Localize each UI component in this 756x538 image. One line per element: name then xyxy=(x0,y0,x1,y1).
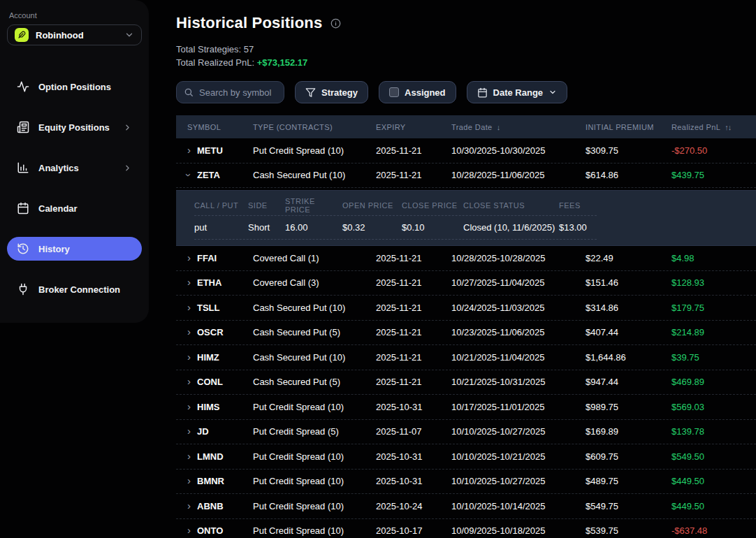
row-expiry: 2025-11-21 xyxy=(376,170,451,180)
row-initial-premium: $309.75 xyxy=(586,145,671,156)
sort-both-icon: ↑↓ xyxy=(725,123,731,131)
info-icon[interactable] xyxy=(330,18,341,29)
sidebar-item-label: History xyxy=(38,244,132,254)
total-strategies: Total Strategies: 57 xyxy=(176,43,756,56)
table-row[interactable]: › BMNR Put Credit Spread (10) 2025-10-31… xyxy=(176,470,756,495)
detail-header-row: CALL / PUTSIDESTRIKE PRICEOPEN PRICECLOS… xyxy=(194,196,597,216)
row-symbol: CONL xyxy=(197,377,223,387)
column-header-type: TYPE (CONTRACTS) xyxy=(253,123,376,131)
row-symbol: ONTO xyxy=(197,525,223,536)
row-type: Covered Call (3) xyxy=(253,277,376,288)
chevron-right-icon xyxy=(123,163,132,173)
sidebar-item-calendar[interactable]: Calendar xyxy=(7,196,142,220)
detail-value: Closed (10, 11/6/2025) xyxy=(463,222,559,233)
bar-chart-icon xyxy=(17,161,29,174)
table-row[interactable]: › JD Put Credit Spread (5) 2025-11-07 10… xyxy=(176,420,756,445)
account-name: Robinhood xyxy=(36,30,117,41)
detail-value: $0.10 xyxy=(402,222,463,233)
row-type: Put Credit Spread (10) xyxy=(253,145,376,156)
row-realized-pnl: $549.50 xyxy=(671,451,756,462)
row-type: Put Credit Spread (10) xyxy=(253,525,376,536)
row-type: Cash Secured Put (10) xyxy=(253,170,376,180)
detail-value: put xyxy=(194,222,248,233)
sidebar-item-analytics[interactable]: Analytics xyxy=(7,156,142,180)
row-expand-chevron-icon[interactable]: › xyxy=(187,426,191,436)
row-expand-chevron-icon[interactable]: › xyxy=(187,302,191,312)
detail-value-row: putShort16.00$0.32$0.10Closed (10, 11/6/… xyxy=(194,216,597,240)
sidebar-item-history[interactable]: History xyxy=(7,237,142,261)
row-expand-chevron-icon[interactable]: › xyxy=(187,500,191,511)
row-initial-premium: $407.44 xyxy=(586,327,671,337)
row-symbol: TSLL xyxy=(197,303,220,313)
row-realized-pnl: $439.75 xyxy=(671,170,756,180)
row-type: Cash Secured Put (5) xyxy=(253,377,376,387)
table-row[interactable]: › FFAI Covered Call (1) 2025-11-21 10/28… xyxy=(176,246,756,271)
table-row[interactable]: › OSCR Cash Secured Put (5) 2025-11-21 1… xyxy=(176,321,756,346)
table-row[interactable]: › METU Put Credit Spread (10) 2025-11-21… xyxy=(176,138,756,163)
table-row[interactable]: › TSLL Cash Secured Put (10) 2025-11-21 … xyxy=(176,296,756,321)
table-row[interactable]: › ETHA Covered Call (3) 2025-11-21 10/27… xyxy=(176,271,756,296)
detail-value: 16.00 xyxy=(285,222,342,233)
row-expiry: 2025-11-21 xyxy=(376,253,451,263)
table-row[interactable]: › ZETA Cash Secured Put (10) 2025-11-21 … xyxy=(176,163,756,189)
row-expand-chevron-icon[interactable]: › xyxy=(187,401,191,412)
assigned-filter-button[interactable]: Assigned xyxy=(379,81,456,103)
checkbox-icon xyxy=(389,87,399,97)
row-type: Cash Secured Put (10) xyxy=(253,303,376,313)
row-initial-premium: $489.75 xyxy=(586,476,671,486)
row-realized-pnl: $469.89 xyxy=(671,377,756,387)
account-selector[interactable]: Robinhood xyxy=(7,24,142,45)
row-type: Put Credit Spread (10) xyxy=(253,402,376,412)
row-trade-date: 10/21/2025-11/04/2025 xyxy=(451,352,586,363)
table-row[interactable]: › HIMS Put Credit Spread (10) 2025-10-31… xyxy=(176,395,756,420)
search-box[interactable] xyxy=(176,81,284,103)
row-expand-chevron-icon[interactable]: › xyxy=(187,376,191,386)
column-header-expiry: EXPIRY xyxy=(376,123,451,131)
row-expand-chevron-icon[interactable]: › xyxy=(187,145,191,155)
date-range-button[interactable]: Date Range xyxy=(467,81,568,103)
detail-column-header: STRIKE PRICE xyxy=(285,197,342,214)
row-expand-chevron-icon[interactable]: › xyxy=(184,173,194,177)
detail-value: $0.32 xyxy=(342,222,402,233)
row-expand-chevron-icon[interactable]: › xyxy=(187,277,191,287)
row-realized-pnl: -$270.50 xyxy=(671,145,756,156)
row-expand-chevron-icon[interactable]: › xyxy=(187,525,191,535)
row-expiry: 2025-11-21 xyxy=(376,145,451,156)
row-trade-date: 10/21/2025-10/31/2025 xyxy=(451,377,586,387)
row-symbol: METU xyxy=(197,145,223,156)
row-type: Put Credit Spread (10) xyxy=(253,476,376,486)
expanded-position-detail: CALL / PUTSIDESTRIKE PRICEOPEN PRICECLOS… xyxy=(176,190,756,246)
column-header-trade-date[interactable]: Trade Date↓ xyxy=(451,123,586,131)
calendar-icon xyxy=(477,87,488,98)
table-row[interactable]: › CONL Cash Secured Put (5) 2025-11-21 1… xyxy=(176,370,756,395)
row-expand-chevron-icon[interactable]: › xyxy=(187,252,191,263)
row-symbol: BMNR xyxy=(197,476,224,486)
row-expand-chevron-icon[interactable]: › xyxy=(187,451,191,461)
sidebar-item-equity-positions[interactable]: Equity Positions xyxy=(7,115,142,139)
table-row[interactable]: › ONTO Put Credit Spread (10) 2025-10-17… xyxy=(176,519,756,538)
sidebar-item-broker-connection[interactable]: Broker Connection xyxy=(7,277,142,301)
row-expand-chevron-icon[interactable]: › xyxy=(187,351,191,362)
row-initial-premium: $609.75 xyxy=(586,451,671,462)
sidebar: Account Robinhood Option Positions Equit… xyxy=(0,0,149,323)
row-expand-chevron-icon[interactable]: › xyxy=(187,326,191,337)
column-header-realized-pnl[interactable]: Realized PnL↑↓ xyxy=(671,123,756,131)
strategy-filter-button[interactable]: Strategy xyxy=(295,81,368,103)
sidebar-item-option-positions[interactable]: Option Positions xyxy=(7,75,142,99)
row-expiry: 2025-10-31 xyxy=(376,402,451,412)
table-row[interactable]: › HIMZ Cash Secured Put (10) 2025-11-21 … xyxy=(176,345,756,370)
row-symbol: JD xyxy=(197,426,209,437)
table-row[interactable]: › LMND Put Credit Spread (10) 2025-10-31… xyxy=(176,444,756,470)
row-expand-chevron-icon[interactable]: › xyxy=(187,475,191,486)
row-symbol: HIMZ xyxy=(197,352,219,363)
table-row[interactable]: › ABNB Put Credit Spread (10) 2025-10-24… xyxy=(176,494,756,519)
row-initial-premium: $539.75 xyxy=(586,525,671,536)
sidebar-item-label: Equity Positions xyxy=(38,122,114,133)
summary-totals: Total Strategies: 57 Total Realized PnL:… xyxy=(176,43,756,69)
row-expiry: 2025-10-17 xyxy=(376,525,451,536)
row-type: Put Credit Spread (10) xyxy=(253,501,376,511)
search-input[interactable] xyxy=(199,87,277,98)
row-type: Covered Call (1) xyxy=(253,253,376,263)
row-symbol: ZETA xyxy=(197,170,220,180)
total-strategies-value: 57 xyxy=(244,44,254,54)
